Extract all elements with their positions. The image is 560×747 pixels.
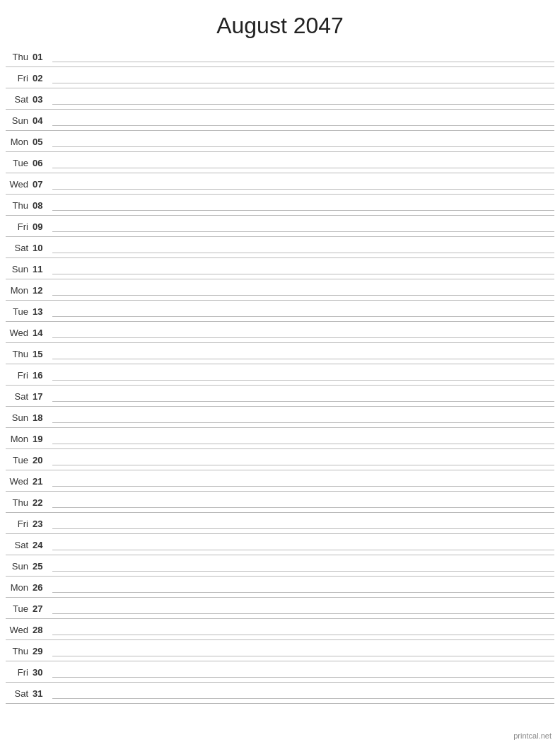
day-row: Sun18 [6, 407, 554, 428]
day-row: Sun25 [6, 555, 554, 577]
day-name: Wed [6, 625, 33, 635]
day-line [52, 316, 554, 317]
day-name: Wed [6, 179, 33, 190]
day-line [52, 380, 554, 381]
calendar-grid: Thu01Fri02Sat03Sun04Mon05Tue06Wed07Thu08… [0, 46, 560, 704]
day-row: Sat31 [6, 683, 554, 704]
day-row: Tue13 [6, 301, 554, 322]
day-line [52, 210, 554, 211]
day-number: 25 [33, 561, 52, 572]
day-name: Fri [6, 667, 33, 678]
day-number: 26 [33, 582, 52, 593]
day-row: Fri30 [6, 661, 554, 683]
day-line [52, 401, 554, 402]
day-row: Sat03 [6, 88, 554, 110]
day-row: Wed07 [6, 173, 554, 195]
day-line [52, 656, 554, 656]
day-name: Tue [6, 158, 33, 168]
day-number: 02 [33, 73, 52, 83]
day-name: Thu [6, 52, 33, 62]
day-line [52, 528, 554, 529]
day-number: 13 [33, 306, 52, 317]
day-name: Sat [6, 688, 33, 699]
day-line [52, 486, 554, 487]
day-name: Fri [6, 370, 33, 381]
day-line [52, 359, 554, 359]
day-line [52, 507, 554, 508]
day-row: Sun04 [6, 110, 554, 131]
day-row: Tue06 [6, 152, 554, 173]
day-row: Fri02 [6, 67, 554, 88]
day-number: 16 [33, 370, 52, 381]
day-name: Fri [6, 73, 33, 83]
day-number: 11 [33, 264, 52, 274]
day-number: 30 [33, 667, 52, 678]
day-number: 12 [33, 285, 52, 296]
day-line [52, 253, 554, 253]
day-name: Tue [6, 306, 33, 317]
day-name: Sun [6, 264, 33, 274]
day-row: Mon12 [6, 279, 554, 301]
page-title: August 2047 [0, 0, 560, 46]
day-number: 18 [33, 412, 52, 423]
day-line [52, 465, 554, 465]
day-line [52, 550, 554, 550]
day-name: Thu [6, 497, 33, 508]
day-name: Sun [6, 561, 33, 572]
day-row: Tue27 [6, 598, 554, 619]
day-name: Thu [6, 200, 33, 211]
day-number: 14 [33, 328, 52, 338]
day-number: 15 [33, 349, 52, 359]
day-name: Thu [6, 349, 33, 359]
day-number: 24 [33, 540, 52, 550]
day-name: Mon [6, 285, 33, 296]
day-row: Fri16 [6, 364, 554, 386]
day-line [52, 635, 554, 635]
day-line [52, 677, 554, 678]
day-number: 05 [33, 137, 52, 147]
day-name: Sun [6, 412, 33, 423]
day-number: 03 [33, 94, 52, 105]
day-line [52, 444, 554, 444]
day-row: Thu08 [6, 195, 554, 216]
day-number: 06 [33, 158, 52, 168]
day-number: 04 [33, 115, 52, 126]
day-number: 01 [33, 52, 52, 62]
watermark: printcal.net [513, 731, 552, 740]
day-line [52, 189, 554, 190]
day-name: Thu [6, 646, 33, 656]
day-number: 21 [33, 476, 52, 487]
day-line [52, 613, 554, 614]
day-row: Sat24 [6, 534, 554, 555]
day-name: Fri [6, 519, 33, 529]
day-number: 28 [33, 625, 52, 635]
day-number: 22 [33, 497, 52, 508]
day-row: Tue20 [6, 449, 554, 470]
day-row: Sat17 [6, 386, 554, 407]
day-line [52, 422, 554, 423]
day-row: Thu22 [6, 492, 554, 513]
day-number: 10 [33, 243, 52, 253]
day-number: 19 [33, 434, 52, 444]
day-name: Fri [6, 221, 33, 232]
day-number: 09 [33, 221, 52, 232]
day-name: Tue [6, 455, 33, 465]
day-name: Mon [6, 582, 33, 593]
day-number: 08 [33, 200, 52, 211]
day-name: Sat [6, 391, 33, 402]
day-name: Mon [6, 137, 33, 147]
day-name: Sat [6, 94, 33, 105]
day-name: Mon [6, 434, 33, 444]
day-line [52, 104, 554, 105]
day-name: Wed [6, 476, 33, 487]
day-line [52, 571, 554, 572]
day-name: Sat [6, 540, 33, 550]
day-line [52, 168, 554, 168]
day-number: 17 [33, 391, 52, 402]
day-row: Mon26 [6, 577, 554, 598]
day-row: Mon19 [6, 428, 554, 449]
day-row: Thu29 [6, 640, 554, 661]
day-line [52, 337, 554, 338]
day-row: Wed21 [6, 470, 554, 492]
day-line [52, 83, 554, 83]
